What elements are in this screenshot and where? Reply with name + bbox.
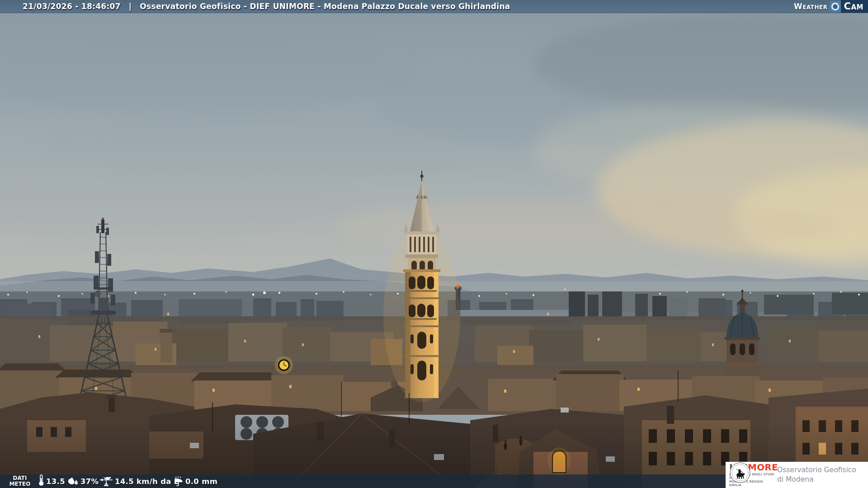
weathercam-cam-label: Cam <box>841 0 868 13</box>
timestamp: 21/03/2026 - 18:46:07 <box>23 2 121 11</box>
webcam-scene <box>0 0 868 488</box>
clock-face <box>275 356 293 374</box>
organization-line1: Osservatorio Geofisico <box>777 465 856 475</box>
header-bar: 21/03/2026 - 18:46:07 | Osservatorio Geo… <box>0 0 868 13</box>
weather-data-label: DATI METEO <box>8 475 32 487</box>
organization-name: Osservatorio Geofisico di Modena <box>777 465 856 484</box>
wind-vane-icon <box>99 476 113 487</box>
humidity-drops-icon <box>69 477 79 486</box>
weather-data-label-line2: METEO <box>8 481 32 487</box>
weathercam-weather-label: Weather <box>794 2 827 11</box>
precipitation-value: 0.0 mm <box>185 474 217 488</box>
organization-line2: di Modena <box>777 475 856 484</box>
humidity-value: 37% <box>80 474 99 488</box>
camera-title: Osservatorio Geofisico - DIEF UNIMORE - … <box>140 2 510 11</box>
brand-more: MORE <box>748 462 778 473</box>
weathercam-logo: Weather Cam <box>794 0 868 13</box>
thermometer-icon <box>38 474 44 486</box>
webcam-page: 21/03/2026 - 18:46:07 | Osservatorio Geo… <box>0 0 868 488</box>
unimore-seal-icon <box>729 462 751 483</box>
separator: | <box>129 2 132 11</box>
unimore-logo-box: UNIMORE UNIVERSITÀ DEGLI STUDI DI MODENA… <box>726 462 868 488</box>
weathercam-lens-icon <box>830 1 841 12</box>
rain-umbrella-icon <box>174 476 184 486</box>
wind-value: 14.5 km/h da E <box>115 474 179 488</box>
